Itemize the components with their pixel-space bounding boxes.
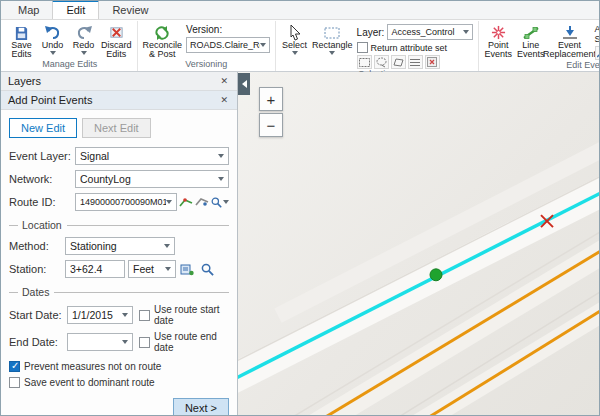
route-id-value: 14900000700090M01 bbox=[80, 197, 166, 207]
use-route-start-date-checkbox[interactable] bbox=[139, 310, 150, 321]
route-pick-icon[interactable] bbox=[179, 194, 193, 211]
network-label: Network: bbox=[9, 173, 75, 185]
selection-list-tool-icon[interactable] bbox=[408, 55, 423, 69]
layer-combobox[interactable]: Access_Control bbox=[387, 24, 472, 40]
attribute-set-label: Attribute Set: bbox=[595, 24, 600, 44]
group-manage-edits: Save Edits Undo Redo bbox=[3, 21, 138, 71]
next-edit-button[interactable]: Next Edit bbox=[82, 118, 151, 138]
redo-label: Redo bbox=[73, 41, 95, 50]
network-dropdown-icon bbox=[218, 177, 224, 181]
save-edits-button[interactable]: Save Edits bbox=[6, 22, 37, 59]
new-edit-button[interactable]: New Edit bbox=[9, 118, 77, 138]
undo-label: Undo bbox=[42, 41, 64, 50]
discard-edits-button[interactable]: Discard Edits bbox=[99, 22, 134, 59]
prevent-measures-label: Prevent measures not on route bbox=[24, 361, 161, 372]
event-tool-icon-1[interactable] bbox=[595, 46, 600, 60]
app-window: Map Edit Review Save Edits Undo bbox=[0, 0, 600, 416]
map-view[interactable]: + − bbox=[238, 72, 599, 415]
method-combobox[interactable]: Stationing bbox=[65, 237, 175, 255]
route-zoom-dropdown-icon bbox=[223, 200, 229, 204]
tab-map[interactable]: Map bbox=[5, 2, 52, 19]
start-date-picker[interactable]: 1/1/2015 bbox=[67, 306, 133, 324]
zoom-in-button[interactable]: + bbox=[259, 87, 283, 111]
clear-selection-tool-icon[interactable] bbox=[425, 55, 440, 69]
start-date-dropdown-icon bbox=[122, 313, 128, 317]
select-button[interactable]: Select bbox=[279, 22, 310, 69]
method-dropdown-icon bbox=[164, 244, 170, 248]
rectangle-icon bbox=[324, 24, 340, 41]
edit-events-group-label: Edit Events bbox=[482, 60, 600, 71]
collapse-pane-button[interactable] bbox=[238, 73, 250, 95]
station-unit-dropdown-icon bbox=[165, 267, 171, 271]
ribbon: Save Edits Undo Redo bbox=[1, 20, 599, 72]
zoom-control: + − bbox=[259, 87, 283, 137]
undo-icon bbox=[45, 24, 61, 41]
redo-icon bbox=[76, 24, 92, 41]
map-canvas[interactable] bbox=[238, 72, 599, 415]
station-pick-icon[interactable] bbox=[178, 261, 196, 278]
rectangle-select-button[interactable]: Rectangle bbox=[310, 22, 355, 69]
background-road-edge bbox=[268, 221, 599, 415]
tab-edit[interactable]: Edit bbox=[52, 0, 99, 19]
event-point-marker[interactable] bbox=[430, 269, 442, 281]
select-lasso-tool-icon[interactable] bbox=[374, 55, 389, 69]
rectangle-dropdown-icon[interactable] bbox=[329, 51, 335, 55]
version-value: ROADS.Claire_Reg bbox=[190, 40, 260, 50]
reconcile-post-button[interactable]: Reconcile & Post bbox=[141, 22, 185, 59]
return-attribute-set-checkbox[interactable] bbox=[357, 42, 368, 53]
route-select-icon[interactable] bbox=[195, 194, 209, 211]
ribbon-tabbar: Map Edit Review bbox=[1, 1, 599, 20]
station-value: 3+62.4 bbox=[70, 263, 120, 275]
route-id-dropdown-icon bbox=[166, 200, 172, 204]
point-events-button[interactable]: Point Events bbox=[482, 22, 516, 60]
select-rectangle-tool-icon[interactable] bbox=[357, 55, 372, 69]
route-zoom-icon[interactable] bbox=[211, 194, 229, 211]
event-layer-combobox[interactable]: Signal bbox=[75, 147, 229, 165]
add-point-events-header: Add Point Events ✕ bbox=[1, 91, 237, 110]
select-pointer-icon bbox=[289, 24, 301, 41]
add-point-events-close-icon[interactable]: ✕ bbox=[218, 95, 230, 105]
dates-section-label: Dates bbox=[22, 286, 49, 298]
station-zoom-icon[interactable] bbox=[198, 261, 216, 278]
station-unit-combobox[interactable]: Feet bbox=[128, 260, 176, 278]
layers-close-icon[interactable]: ✕ bbox=[218, 76, 230, 86]
use-route-end-date-label: Use route end date bbox=[154, 331, 229, 353]
tab-review[interactable]: Review bbox=[99, 2, 161, 19]
end-date-label: End Date: bbox=[9, 336, 67, 348]
versioning-group-label: Versioning bbox=[141, 59, 273, 71]
next-button[interactable]: Next > bbox=[173, 398, 229, 415]
start-date-label: Start Date: bbox=[9, 309, 67, 321]
save-icon bbox=[14, 24, 29, 41]
line-events-button[interactable]: Line Events bbox=[515, 22, 546, 60]
use-route-end-date-checkbox[interactable] bbox=[139, 337, 150, 348]
layers-pane-title: Layers bbox=[8, 75, 41, 87]
end-date-picker[interactable] bbox=[67, 333, 133, 351]
end-date-dropdown-icon bbox=[122, 340, 128, 344]
version-combobox[interactable]: ROADS.Claire_Reg bbox=[186, 37, 270, 53]
discard-icon bbox=[109, 24, 124, 41]
point-events-icon bbox=[491, 24, 506, 41]
dates-section-separator: Dates bbox=[9, 286, 229, 298]
rectangle-label: Rectangle bbox=[312, 41, 353, 50]
event-replacement-button[interactable]: Event Replacement bbox=[547, 22, 593, 60]
group-versioning: Reconcile & Post Version: ROADS.Claire_R… bbox=[138, 21, 277, 71]
station-label: Station: bbox=[9, 263, 65, 275]
redo-dropdown-icon[interactable] bbox=[81, 51, 87, 55]
network-combobox[interactable]: CountyLog bbox=[75, 170, 229, 188]
station-unit-value: Feet bbox=[133, 263, 165, 275]
layer-label: Layer: bbox=[357, 27, 385, 38]
prevent-measures-checkbox[interactable] bbox=[9, 361, 20, 372]
location-section-label: Location bbox=[22, 219, 62, 231]
undo-button[interactable]: Undo bbox=[37, 22, 68, 59]
event-layer-dropdown-icon bbox=[218, 154, 224, 158]
undo-dropdown-icon[interactable] bbox=[50, 51, 56, 55]
zoom-out-button[interactable]: − bbox=[259, 113, 283, 137]
station-input[interactable]: 3+62.4 bbox=[65, 260, 125, 278]
route-id-combobox[interactable]: 14900000700090M01 bbox=[75, 193, 177, 211]
save-dominant-route-checkbox[interactable] bbox=[9, 377, 20, 388]
select-dropdown-icon[interactable] bbox=[292, 51, 298, 55]
save-edits-label: Save Edits bbox=[8, 41, 35, 59]
redo-button[interactable]: Redo bbox=[68, 22, 99, 59]
version-dropdown-icon bbox=[260, 43, 266, 47]
select-polygon-tool-icon[interactable] bbox=[391, 55, 406, 69]
